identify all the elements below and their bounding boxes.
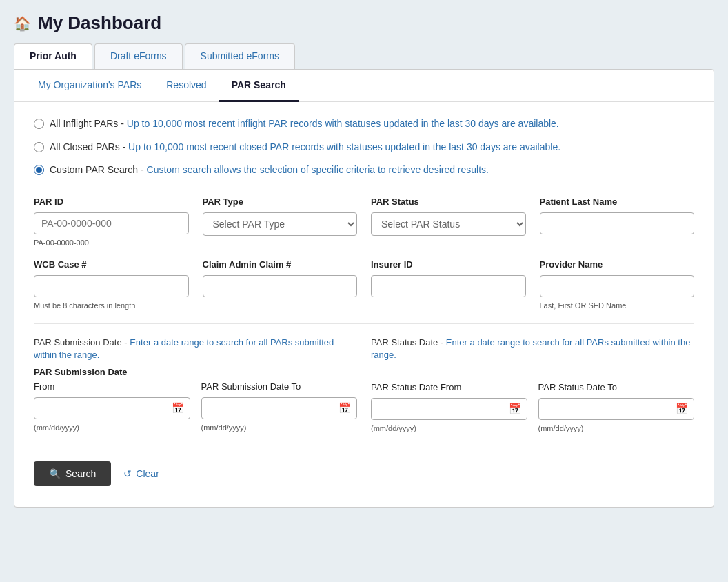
search-button-label: Search [65, 468, 96, 479]
divider [34, 323, 694, 324]
patient-last-name-input[interactable] [540, 212, 695, 234]
par-status-date-section: PAR Status Date - Enter a date range to … [371, 337, 694, 436]
search-icon: 🔍 [49, 468, 61, 479]
radio-custom-label: Custom PAR Search - Custom search allows… [50, 163, 489, 177]
refresh-icon: ↺ [123, 468, 132, 479]
par-status-label: PAR Status [371, 197, 526, 207]
tab-my-org-pars[interactable]: My Organization's PARs [26, 70, 154, 102]
field-insurer-id: Insurer ID [371, 259, 526, 310]
submission-to-wrapper: 📅 [201, 397, 358, 419]
wcb-case-label: WCB Case # [34, 259, 189, 270]
tab-par-search[interactable]: PAR Search [219, 70, 299, 102]
par-id-input[interactable] [34, 212, 189, 234]
top-tabs: Prior Auth Draft eForms Submitted eForms [14, 43, 714, 69]
field-submission-from: From 📅 (mm/dd/yyyy) [34, 381, 190, 432]
radio-custom-input[interactable] [34, 165, 44, 175]
wcb-case-hint: Must be 8 characters in length [34, 301, 189, 310]
submission-to-label: PAR Submission Date To [201, 381, 358, 392]
status-to-wrapper: 📅 [538, 398, 695, 420]
submission-from-input[interactable] [34, 397, 190, 419]
page-title: My Dashboard [38, 12, 161, 34]
form-area: All Inflight PARs - Up to 10,000 most re… [14, 102, 714, 493]
clear-button-label: Clear [136, 468, 159, 479]
insurer-id-label: Insurer ID [371, 259, 526, 270]
actions-row: 🔍 Search ↺ Clear [34, 461, 694, 486]
claim-admin-label: Claim Admin Claim # [203, 259, 358, 270]
field-wcb-case: WCB Case # Must be 8 characters in lengt… [34, 259, 189, 310]
par-submission-date-section: PAR Submission Date - Enter a date range… [34, 337, 357, 436]
field-patient-last-name: Patient Last Name [540, 197, 695, 247]
page-header: 🏠 My Dashboard [14, 12, 714, 34]
field-status-from: PAR Status Date From 📅 (mm/dd/yyyy) [371, 382, 527, 432]
field-claim-admin: Claim Admin Claim # [203, 259, 358, 310]
radio-custom[interactable]: Custom PAR Search - Custom search allows… [34, 163, 694, 177]
par-type-select[interactable]: Select PAR Type Type 1 Type 2 Type 3 [203, 212, 358, 236]
field-par-id: PAR ID PA-00-0000-000 [34, 197, 189, 247]
tab-prior-auth[interactable]: Prior Auth [14, 43, 92, 69]
radio-inflight-input[interactable] [34, 119, 44, 129]
radio-closed-input[interactable] [34, 142, 44, 152]
submission-from-label: From [34, 381, 190, 392]
submission-desc: PAR Submission Date - Enter a date range… [34, 337, 357, 361]
status-to-label: PAR Status Date To [538, 382, 695, 392]
status-from-wrapper: 📅 [371, 398, 527, 420]
radio-closed-label: All Closed PARs - Up to 10,000 most rece… [50, 141, 560, 154]
submission-from-hint: (mm/dd/yyyy) [34, 423, 190, 432]
status-date-fields: PAR Status Date From 📅 (mm/dd/yyyy) PAR … [371, 382, 694, 432]
field-status-to: PAR Status Date To 📅 (mm/dd/yyyy) [538, 382, 695, 432]
status-from-input[interactable] [371, 398, 527, 420]
par-type-label: PAR Type [203, 197, 358, 207]
dates-section: PAR Submission Date - Enter a date range… [34, 337, 694, 446]
provider-name-hint: Last, First OR SED Name [540, 301, 695, 310]
submission-to-input[interactable] [201, 397, 358, 419]
provider-name-label: Provider Name [540, 259, 695, 270]
wcb-case-input[interactable] [34, 275, 189, 297]
radio-inflight[interactable]: All Inflight PARs - Up to 10,000 most re… [34, 117, 694, 131]
provider-name-input[interactable] [540, 275, 695, 297]
submission-to-hint: (mm/dd/yyyy) [201, 423, 358, 432]
fields-row-2: WCB Case # Must be 8 characters in lengt… [34, 259, 694, 310]
par-id-hint: PA-00-0000-000 [34, 239, 189, 247]
status-desc: PAR Status Date - Enter a date range to … [371, 337, 694, 361]
tab-submitted-eforms[interactable]: Submitted eForms [185, 43, 295, 69]
submission-label-main: PAR Submission Date [34, 367, 357, 377]
status-to-hint: (mm/dd/yyyy) [538, 424, 695, 432]
field-provider-name: Provider Name Last, First OR SED Name [540, 259, 695, 310]
tab-draft-eforms[interactable]: Draft eForms [94, 43, 183, 69]
field-par-status: PAR Status Select PAR Status Approved De… [371, 197, 526, 247]
main-card: My Organization's PARs Resolved PAR Sear… [14, 69, 714, 508]
submission-from-wrapper: 📅 [34, 397, 190, 419]
insurer-id-input[interactable] [371, 275, 526, 297]
patient-last-name-label: Patient Last Name [540, 197, 695, 207]
radio-closed[interactable]: All Closed PARs - Up to 10,000 most rece… [34, 141, 694, 154]
submission-date-fields: From 📅 (mm/dd/yyyy) PAR Submission Date … [34, 381, 357, 432]
clear-button[interactable]: ↺ Clear [121, 463, 161, 485]
tab-resolved[interactable]: Resolved [154, 70, 219, 102]
radio-inflight-label: All Inflight PARs - Up to 10,000 most re… [50, 117, 559, 131]
status-to-input[interactable] [538, 398, 695, 420]
claim-admin-input[interactable] [203, 275, 358, 297]
home-icon[interactable]: 🏠 [14, 15, 31, 32]
inner-tabs: My Organization's PARs Resolved PAR Sear… [14, 70, 714, 102]
radio-group: All Inflight PARs - Up to 10,000 most re… [34, 117, 694, 177]
field-par-type: PAR Type Select PAR Type Type 1 Type 2 T… [203, 197, 358, 247]
par-status-select[interactable]: Select PAR Status Approved Denied Pendin… [371, 212, 526, 236]
fields-row-1: PAR ID PA-00-0000-000 PAR Type Select PA… [34, 197, 694, 247]
status-from-hint: (mm/dd/yyyy) [371, 424, 527, 432]
par-id-label: PAR ID [34, 197, 189, 207]
field-submission-to: PAR Submission Date To 📅 (mm/dd/yyyy) [201, 381, 358, 432]
search-button[interactable]: 🔍 Search [34, 461, 111, 486]
status-from-label: PAR Status Date From [371, 382, 527, 392]
